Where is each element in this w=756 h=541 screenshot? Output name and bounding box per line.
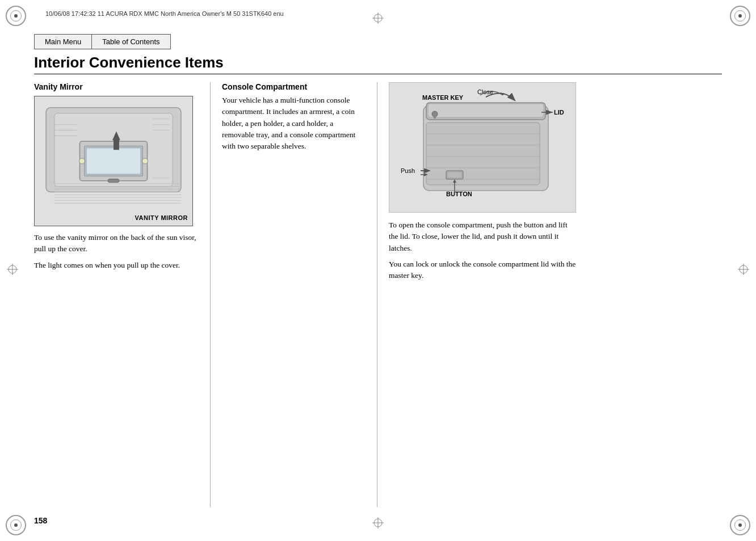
console-lock-instructions: You can lock or unlock the console compa…	[389, 259, 576, 282]
title-rule	[34, 74, 722, 74]
vanity-para2: The light comes on when you pull up the …	[34, 260, 199, 271]
console-compartment-description: Your vehicle has a multi-function consol…	[222, 95, 366, 152]
print-info: 10/06/08 17:42:32 11 ACURA RDX MMC North…	[45, 10, 284, 17]
svg-rect-33	[426, 122, 540, 185]
page-number: 158	[34, 516, 47, 525]
vanity-para1: To use the vanity mirror on the back of …	[34, 232, 199, 255]
vanity-mirror-section: Vanity Mirror	[34, 82, 210, 507]
header: Main Menu Table of Contents Interior Con…	[34, 34, 722, 74]
corner-decoration-br	[730, 515, 750, 535]
corner-decoration-tl	[6, 6, 26, 26]
page-title: Interior Convenience Items	[34, 54, 722, 71]
main-content: Vanity Mirror	[34, 82, 722, 507]
console-compartment-title: Console Compartment	[222, 82, 366, 91]
svg-text:Close: Close	[477, 88, 493, 95]
right-crosshair	[738, 264, 749, 277]
svg-text:BUTTON: BUTTON	[446, 191, 472, 197]
nav-buttons: Main Menu Table of Contents	[34, 34, 722, 49]
table-of-contents-button[interactable]: Table of Contents	[91, 34, 170, 49]
console-open-instructions: To open the console compartment, push th…	[389, 219, 576, 254]
svg-point-28	[142, 158, 148, 164]
left-crosshair	[7, 264, 18, 277]
corner-decoration-bl	[6, 515, 26, 535]
corner-decoration-tr	[730, 6, 750, 26]
console-diagram-section: MASTER KEY Close LID Push	[377, 82, 722, 507]
svg-point-27	[79, 158, 85, 164]
svg-rect-40	[448, 172, 461, 177]
svg-rect-32	[428, 104, 544, 117]
svg-text:MASTER KEY: MASTER KEY	[422, 94, 464, 101]
svg-text:LID: LID	[554, 109, 564, 116]
svg-rect-42	[434, 114, 436, 119]
console-diagram-image: MASTER KEY Close LID Push	[389, 82, 576, 213]
svg-rect-11	[108, 179, 119, 183]
svg-text:Push: Push	[401, 167, 415, 174]
vanity-mirror-image: VANITY MIRROR	[34, 96, 193, 226]
vanity-mirror-label: VANITY MIRROR	[135, 214, 188, 221]
console-compartment-section: Console Compartment Your vehicle has a m…	[210, 82, 377, 507]
vanity-mirror-title: Vanity Mirror	[34, 82, 199, 91]
bottom-crosshair	[372, 517, 384, 531]
top-crosshair	[372, 12, 384, 26]
main-menu-button[interactable]: Main Menu	[34, 34, 91, 49]
